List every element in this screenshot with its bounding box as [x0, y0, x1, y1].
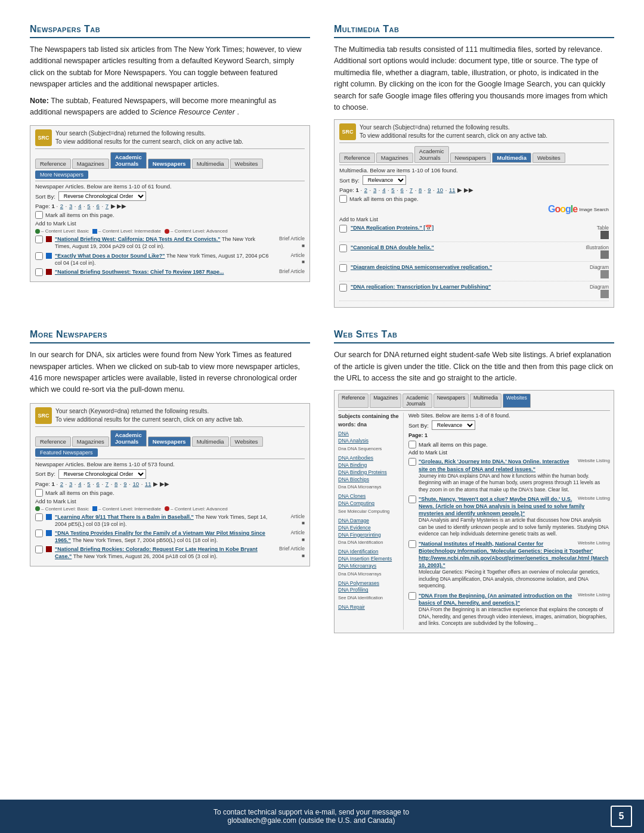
ws-article-check-1[interactable] [408, 458, 416, 466]
mn-article-1: "Learning After 9/11 That There Is a Bal… [35, 513, 305, 528]
ws-subject-dna-microarrays[interactable]: DNA Microarrays [338, 563, 400, 570]
ws-subject-dna-polymerases[interactable]: DNA Polymerases [338, 580, 400, 587]
mm-item-3: "Diagram depicting DNA semiconservative … [339, 264, 609, 281]
mn-mark-all-checkbox[interactable] [35, 489, 43, 497]
ss-articles-header: Newspaper Articles. Below are items 1-10… [35, 183, 305, 190]
tab-magazines[interactable]: Magazines [72, 159, 109, 169]
ws-subject-dna-identification[interactable]: DNA Identification [338, 549, 400, 556]
tab-academic-journals[interactable]: AcademicJournals [110, 152, 147, 169]
mn-tab-reference[interactable]: Reference [35, 436, 71, 447]
more-newspapers-btn[interactable]: More Newspapers [35, 171, 88, 179]
mn-tab-multimedia[interactable]: Multimedia [192, 436, 229, 447]
advanced-legend-dot [165, 229, 169, 234]
mm-item-link-1[interactable]: "DNA Replication Proteins." [📅] [351, 225, 569, 231]
ws-articles-col: Web Sites. Below are items 1-8 of 8 foun… [404, 413, 610, 629]
mm-tab-newspapers[interactable]: Newspapers [450, 153, 491, 163]
multimedia-screenshot: SRC Your search (Subject=dna) returned t… [334, 119, 614, 308]
ws-badge-4: Website Listing [578, 592, 610, 599]
ws-subject-dna-binding[interactable]: DNA Binding [338, 462, 400, 469]
ws-subject-dna-clones[interactable]: DNA Clones [338, 493, 400, 500]
more-newspapers-body: In our search for DNA, six articles were… [30, 349, 310, 396]
tab-newspapers[interactable]: Newspapers [148, 159, 191, 169]
ws-article-check-2[interactable] [408, 496, 416, 503]
sort-select[interactable]: Reverse Chronological Order [58, 191, 146, 201]
mn-sort-select[interactable]: Reverse Chronological Order [58, 469, 146, 479]
ws-article-link-2[interactable]: "Shute, Nancy. 'Haven't got a clue? Mayb… [419, 496, 584, 516]
mm-tab-websites[interactable]: Websites [532, 153, 565, 163]
article-row-2: "Exactly What Does a Doctor Sound Like?"… [35, 252, 305, 267]
ws-subject-dna-analysis[interactable]: DNA Analysis [338, 438, 400, 445]
ws-article-link-4[interactable]: "DNA From the Beginning. (An animated in… [419, 593, 572, 606]
mm-tab-multimedia[interactable]: Multimedia [492, 153, 531, 163]
mm-item-check-3[interactable] [339, 264, 347, 272]
ws-subject-dna-computing[interactable]: DNA Computing [338, 500, 400, 507]
ws-tab-magazines[interactable]: Magazines [370, 394, 401, 408]
mm-item-check-2[interactable] [339, 244, 347, 252]
tab-multimedia[interactable]: Multimedia [192, 159, 229, 169]
mm-tab-reference[interactable]: Reference [339, 153, 375, 163]
article-checkbox-3[interactable] [35, 268, 43, 276]
mm-item-check-1[interactable] [339, 225, 347, 233]
ss-sort-row: Sort By: Reverse Chronological Order [35, 191, 305, 201]
ws-subject-dna-antibodies[interactable]: DNA Antibodies [338, 455, 400, 462]
mn-tab-newspapers[interactable]: Newspapers [148, 436, 191, 447]
mark-all-checkbox[interactable] [35, 211, 43, 219]
ws-article-2: Website Listing "Shute, Nancy. 'Haven't … [408, 496, 610, 538]
mn-article-link-1[interactable]: "Learning After 9/11 That There Is a Bal… [55, 514, 194, 520]
ws-subject-dna-repair[interactable]: DNA Repair [338, 604, 400, 611]
mm-item-link-3[interactable]: "Diagram depicting DNA semiconservative … [351, 264, 569, 270]
mm-tab-magazines[interactable]: Magazines [376, 153, 413, 163]
mm-item-check-4[interactable] [339, 284, 347, 292]
ws-subject-dna[interactable]: DNA [338, 431, 400, 438]
ws-subject-dna-profiling[interactable]: DNA Profiling [338, 587, 400, 594]
tab-websites[interactable]: Websites [230, 159, 263, 169]
mm-mark-all-checkbox[interactable] [339, 195, 347, 203]
ss-divider2 [35, 181, 305, 181]
featured-newspapers-btn[interactable]: Featured Newspapers [35, 448, 98, 457]
mn-tab-academic[interactable]: AcademicJournals [110, 430, 147, 447]
ws-subject-dna-biochips[interactable]: DNA Biochips [338, 476, 400, 484]
mn-article-badge-3: Brief Article■ [275, 546, 305, 559]
ws-article-check-4[interactable] [408, 592, 416, 600]
ws-subject-dna-evidence[interactable]: DNA Evidence [338, 525, 400, 532]
top-two-col: Newspapers Tab The Newspapers tab listed… [30, 24, 614, 315]
article-checkbox-2[interactable] [35, 252, 43, 260]
mn-tab-magazines[interactable]: Magazines [72, 436, 109, 447]
tab-reference[interactable]: Reference [35, 159, 71, 169]
ws-tab-multimedia[interactable]: Multimedia [470, 394, 501, 408]
ws-subject-dna-insertion[interactable]: DNA Insertion Elements [338, 556, 400, 563]
article-checkbox-1[interactable] [35, 236, 43, 243]
ws-tab-websites[interactable]: Websites [503, 394, 531, 408]
mn-article-check-1[interactable] [35, 513, 43, 521]
ws-mark-all-checkbox[interactable] [408, 441, 416, 448]
mn-article-badge-2: Article■ [275, 529, 305, 543]
ws-subject-dna-damage[interactable]: DNA Damage [338, 518, 400, 525]
mm-item-type-1: Table [573, 225, 609, 239]
ws-subject-dna-fingerprinting[interactable]: DNA Fingerprinting [338, 532, 400, 539]
mn-article-check-2[interactable] [35, 529, 43, 537]
mn-article-icon-1 [46, 514, 52, 520]
ss-pager: Page: 1 · 2 · 3 · 4 · 5 · 6 · 7 ▶ ▶▶ [35, 203, 305, 209]
mn-tab-websites[interactable]: Websites [230, 436, 263, 447]
ws-article-body-2: DNA Analysis and Family Mysteries is an … [419, 517, 610, 537]
ws-article-check-3[interactable] [408, 540, 416, 548]
web-sites-title: Web Sites Tab [334, 329, 614, 343]
mm-sort-select[interactable]: Relevance [363, 175, 406, 185]
ws-article-link-1[interactable]: "Groleau, Rick 'Journey Into DNA.' Nova … [419, 459, 569, 472]
google-image-search-row: Google Image Search [339, 204, 609, 215]
article-link-1[interactable]: "National Briefing West: California: DNA… [55, 236, 221, 242]
mm-tab-academic[interactable]: AcademicJournals [414, 146, 449, 163]
article-link-3[interactable]: "National Briefing Southwest: Texas: Chi… [55, 269, 224, 275]
mm-item-link-2[interactable]: "Canonical B DNA double helix." [351, 244, 569, 250]
ws-sort-select[interactable]: Relevance [432, 420, 475, 430]
ws-tabs: Reference Magazines AcademicJournals New… [338, 394, 610, 408]
ws-tab-academic[interactable]: AcademicJournals [402, 394, 432, 408]
mm-item-link-4[interactable]: "DNA replication: Transcription by Learn… [351, 284, 569, 290]
ws-tab-newspapers[interactable]: Newspapers [434, 394, 469, 408]
article-link-2[interactable]: "Exactly What Does a Doctor Sound Like?" [55, 253, 165, 259]
mn-article-check-3[interactable] [35, 546, 43, 553]
ws-tab-reference[interactable]: Reference [338, 394, 369, 408]
article-row-1: "National Briefing West: California: DNA… [35, 236, 305, 250]
mn-sub-row: Featured Newspapers [35, 448, 305, 457]
ws-subject-dna-binding-proteins[interactable]: DNA Binding Proteins [338, 469, 400, 476]
